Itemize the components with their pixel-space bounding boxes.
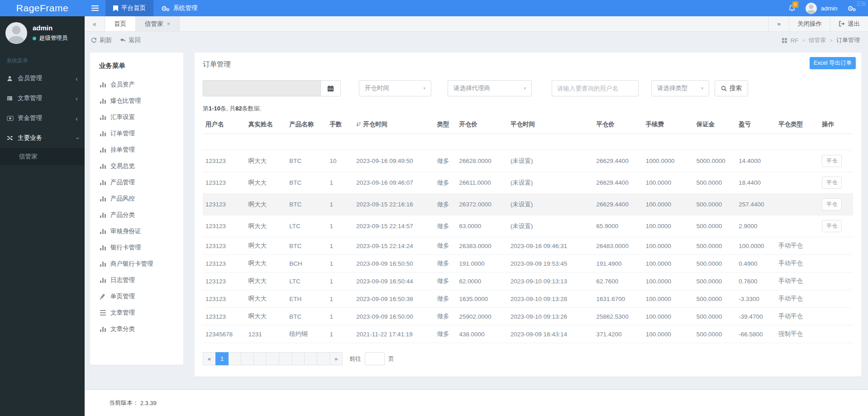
calendar-icon[interactable] <box>320 81 340 96</box>
tabs-scroll-right-button[interactable]: » <box>768 16 789 31</box>
close-icon[interactable]: × <box>167 20 171 27</box>
sidebar-item-members[interactable]: 会员管理 <box>0 68 85 88</box>
pagination-page-button[interactable] <box>317 352 330 365</box>
column-header[interactable]: 开仓时间 <box>353 115 434 134</box>
column-header[interactable]: 用户名 <box>203 115 246 134</box>
column-header[interactable]: 手数 <box>327 115 353 134</box>
pagination-page-button[interactable] <box>228 352 241 365</box>
refresh-icon <box>91 38 97 43</box>
tabs-scroll-left-button[interactable]: « <box>85 16 105 31</box>
pagination-next-button[interactable]: » <box>329 352 343 365</box>
business-menu-item[interactable]: 文章分类 <box>90 321 183 337</box>
pagination-page-button[interactable] <box>266 352 279 365</box>
cell-product: BTC <box>286 150 327 172</box>
version-label: 当前版本： <box>109 399 138 407</box>
pagination-page-button[interactable] <box>253 352 267 365</box>
breadcrumb-item[interactable]: 信管家 <box>809 36 826 44</box>
business-menu-item[interactable]: 商户银行卡管理 <box>90 256 183 272</box>
column-header[interactable]: 真实姓名 <box>246 115 287 134</box>
goto-page-input[interactable] <box>365 352 385 365</box>
back-button[interactable]: 返回 <box>120 36 141 44</box>
column-header[interactable]: 盈亏 <box>736 115 776 134</box>
column-header[interactable]: 平仓时间 <box>508 115 594 134</box>
close-position-button[interactable]: 平仓 <box>822 155 842 167</box>
toolbar: 刷新 返回 RF > 信管家 > 订单管理 <box>85 32 868 49</box>
column-header[interactable]: 产品名称 <box>286 115 327 134</box>
business-menu-item[interactable]: 产品分类 <box>90 207 183 223</box>
close-operations-button[interactable]: 关闭操作 <box>789 16 830 31</box>
excel-export-button[interactable]: Excel 导出订单 <box>810 57 856 69</box>
cell-close-time: 2023-09-10 09:13:13 <box>508 273 594 290</box>
search-button[interactable]: 搜索 <box>715 80 748 96</box>
cell-type: 做多 <box>434 194 457 215</box>
cell-username: 123123 <box>203 215 246 237</box>
breadcrumb-root[interactable]: RF <box>791 37 798 44</box>
pagination-prev-button[interactable]: « <box>203 352 216 365</box>
column-header[interactable]: 类型 <box>434 115 457 134</box>
nav-item-system-admin[interactable]: ⚙⚙ 系统管理 <box>153 0 205 16</box>
username-search-input[interactable] <box>552 80 639 96</box>
column-header[interactable]: 平仓类型 <box>776 115 819 134</box>
business-menu-item[interactable]: 交易总览 <box>90 158 183 174</box>
pagination-page-active[interactable]: 1 <box>215 352 229 365</box>
cell-profit: -66.5800 <box>736 325 776 343</box>
sidebar-subitem-xinguanjia[interactable]: 信管家 <box>0 148 85 165</box>
sidebar-item-main-business[interactable]: 主要业务 <box>0 128 85 148</box>
business-menu-item[interactable]: 文章管理 <box>90 305 183 321</box>
chart-icon <box>100 229 106 234</box>
cell-margin: 500.0000 <box>694 255 736 273</box>
notifications-button[interactable]: 0 <box>788 5 796 12</box>
column-header[interactable]: 开仓价 <box>456 115 508 134</box>
business-menu-item[interactable]: 产品风控 <box>90 191 183 207</box>
cell-margin: 500.0000 <box>694 194 736 215</box>
chevron-down-icon <box>73 137 81 139</box>
business-menu-item[interactable]: 日志管理 <box>90 272 183 288</box>
business-menu-item[interactable]: 汇率设置 <box>90 109 183 125</box>
close-position-button[interactable]: 平仓 <box>822 220 842 232</box>
close-position-button[interactable]: 平仓 <box>822 198 842 210</box>
type-select[interactable]: 请选择类型▾ <box>651 80 709 96</box>
column-header[interactable]: 平仓价 <box>594 115 643 134</box>
business-menu-item[interactable]: 挂单管理 <box>90 142 183 158</box>
cell-open-price: 1635.0000 <box>456 290 508 308</box>
tab-home[interactable]: 首页 <box>105 16 136 31</box>
business-menu-item[interactable]: 单页管理 <box>90 288 183 305</box>
date-range-input[interactable] <box>203 81 320 96</box>
logout-icon <box>839 21 844 27</box>
sidebar-item-funds[interactable]: 资金管理 <box>0 108 85 128</box>
open-time-select[interactable]: 开仓时间▾ <box>359 80 431 96</box>
cell-product: BTC <box>286 237 327 255</box>
logout-button[interactable]: 退出 <box>830 16 868 31</box>
user-menu[interactable]: admin <box>806 3 838 14</box>
brand-logo[interactable]: RageFrame <box>0 0 85 16</box>
cell-open-time: 2023-09-09 16:50:38 <box>353 290 434 308</box>
business-menu-item[interactable]: 订单管理 <box>90 125 183 142</box>
sidebar-item-articles[interactable]: 文章管理 <box>0 88 85 108</box>
refresh-button[interactable]: 刷新 <box>91 36 112 44</box>
close-position-button[interactable]: 平仓 <box>822 177 842 189</box>
cell-type: 做多 <box>434 215 457 237</box>
business-menu-item[interactable]: 产品管理 <box>90 174 183 191</box>
date-range-picker[interactable] <box>203 80 341 96</box>
pagination-page-button[interactable] <box>304 352 317 365</box>
column-header[interactable]: 手续费 <box>643 115 694 134</box>
tab-xinguanjia[interactable]: 信管家 × <box>136 16 180 31</box>
column-header[interactable]: 操作 <box>819 115 853 134</box>
hamburger-icon[interactable] <box>85 0 105 16</box>
nav-item-platform-home[interactable]: 平台首页 <box>105 0 153 16</box>
sort-icon[interactable] <box>356 122 361 127</box>
pagination-page-button[interactable] <box>291 352 305 365</box>
pagination-page-button[interactable] <box>241 352 254 365</box>
goto-label: 前往 <box>349 355 361 363</box>
settings-gears-icon[interactable]: ⚙⚙ <box>848 5 856 12</box>
business-menu-item[interactable]: 银行卡管理 <box>90 239 183 256</box>
cell-profit: 18.4400 <box>736 172 776 194</box>
cell-margin <box>694 134 736 150</box>
agent-select[interactable]: 请选择代理商▾ <box>448 80 532 96</box>
business-menu-item[interactable]: 爆仓比管理 <box>90 93 183 109</box>
business-menu-title: 业务菜单 <box>90 53 183 77</box>
business-menu-item[interactable]: 审核身份证 <box>90 223 183 239</box>
column-header[interactable]: 保证金 <box>694 115 736 134</box>
business-menu-item[interactable]: 会员资产 <box>90 77 183 93</box>
pagination-page-button[interactable] <box>279 352 292 365</box>
